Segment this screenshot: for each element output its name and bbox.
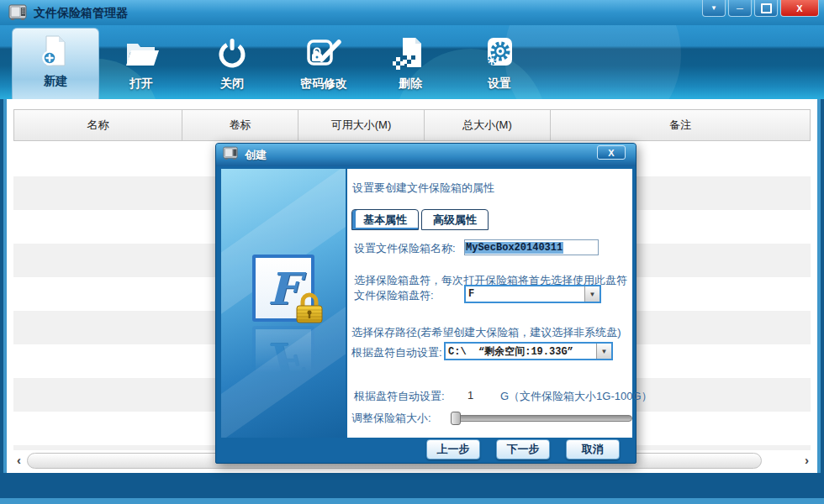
scroll-right-arrow-icon[interactable]: › xyxy=(805,454,809,467)
toolbar-item-label: 密码修改 xyxy=(300,76,347,92)
cancel-button[interactable]: 取消 xyxy=(566,439,620,459)
column-header-available-size[interactable]: 可用大小(M) xyxy=(298,110,425,140)
dialog-footer: 上一步 下一步 取消 xyxy=(216,436,636,463)
size-unit: G（文件保险箱大小1G-100G） xyxy=(500,389,652,404)
dialog-title: 创建 xyxy=(245,148,267,163)
safe-name-label: 设置文件保险箱名称: xyxy=(354,241,456,256)
gold-padlock-icon xyxy=(294,290,325,328)
toolbar: 新建 打开 关闭 xyxy=(0,25,824,99)
open-folder-icon xyxy=(122,35,161,74)
create-dialog: 创建 X F xyxy=(215,143,636,464)
menu-arrow-icon: ▼ xyxy=(710,4,717,12)
column-header-remark[interactable]: 备注 xyxy=(551,110,810,140)
toolbar-item-label: 关闭 xyxy=(220,76,244,92)
dialog-titlebar: 创建 xyxy=(216,144,636,166)
window-bottom-edge xyxy=(0,498,824,504)
minimize-icon: ─ xyxy=(737,3,743,13)
size-slider-track[interactable] xyxy=(451,415,632,422)
maximize-icon xyxy=(761,3,772,13)
dialog-heading: 设置要创建文件保险箱的属性 xyxy=(352,181,494,196)
settings-gear-icon xyxy=(482,35,517,74)
app-logo: F xyxy=(252,255,314,393)
selected-text: MySecBox20140311 xyxy=(465,242,563,254)
window-border xyxy=(821,99,824,473)
drive-letter-label: 文件保险箱盘符: xyxy=(354,288,434,303)
table-header: 名称 卷标 可用大小(M) 总大小(M) 备注 xyxy=(13,109,811,141)
slider-label: 调整保险箱大小: xyxy=(351,411,431,426)
toolbar-item-close[interactable]: 关闭 xyxy=(197,34,267,99)
toolbar-item-label: 新建 xyxy=(44,74,67,89)
toolbar-item-settings[interactable]: 设置 xyxy=(464,34,535,99)
logo-reflection: F xyxy=(252,326,314,393)
app-window: 文件保险箱管理器 ▼ ─ X 新建 xyxy=(0,0,824,504)
dialog-form-panel: 设置要创建文件保险箱的属性 基本属性 高级属性 设置文件保险箱名称: MySec… xyxy=(347,169,632,438)
safe-name-input[interactable]: MySecBox20140311 xyxy=(464,239,599,255)
column-header-name[interactable]: 名称 xyxy=(14,110,182,140)
logo-box: F xyxy=(252,255,314,322)
power-icon xyxy=(214,35,250,74)
minimize-button[interactable]: ─ xyxy=(728,0,752,17)
size-label: 根据盘符自动设置: xyxy=(354,389,445,404)
path-note: 选择保存路径(若希望创建大保险箱，建议选择非系统盘) xyxy=(351,325,621,340)
toolbar-item-new[interactable]: 新建 xyxy=(12,28,99,99)
window-controls: ▼ ─ X xyxy=(702,0,819,17)
password-edit-icon xyxy=(304,35,343,74)
column-header-volume-label[interactable]: 卷标 xyxy=(182,110,298,140)
toolbar-item-label: 删除 xyxy=(399,76,422,92)
window-border xyxy=(817,99,821,473)
path-label: 根据盘符自动设置: xyxy=(351,345,442,360)
property-tabs: 基本属性 高级属性 xyxy=(351,209,489,230)
safe-dialog-icon xyxy=(223,146,238,164)
size-slider-handle[interactable] xyxy=(451,412,461,425)
next-step-button[interactable]: 下一步 xyxy=(496,439,550,459)
tab-advanced-properties[interactable]: 高级属性 xyxy=(421,209,489,230)
window-titlebar: 文件保险箱管理器 ▼ ─ X xyxy=(0,0,824,25)
dropdown-value: F xyxy=(466,286,584,302)
size-value: 1 xyxy=(467,389,473,402)
toolbar-item-open[interactable]: 打开 xyxy=(106,34,177,99)
save-path-dropdown[interactable]: C:\ “剩余空间:19.33G” ▼ xyxy=(444,342,613,360)
chevron-down-icon[interactable]: ▼ xyxy=(584,286,600,302)
status-bar xyxy=(0,473,824,498)
toolbar-item-change-password[interactable]: 密码修改 xyxy=(280,34,367,99)
dialog-close-button[interactable]: X xyxy=(597,145,626,160)
delete-document-icon xyxy=(393,35,428,74)
close-icon: X xyxy=(796,3,802,13)
menu-button[interactable]: ▼ xyxy=(702,0,726,17)
previous-step-button[interactable]: 上一步 xyxy=(426,439,480,459)
toolbar-item-label: 设置 xyxy=(488,76,511,92)
tab-basic-properties[interactable]: 基本属性 xyxy=(351,209,419,230)
toolbar-item-delete[interactable]: 删除 xyxy=(375,34,446,99)
dropdown-value: C:\ “剩余空间:19.33G” xyxy=(446,344,596,359)
safe-app-icon xyxy=(8,4,27,24)
dialog-close-icon: X xyxy=(608,148,614,158)
new-document-icon xyxy=(39,34,72,72)
dialog-artwork-panel: F xyxy=(221,169,346,438)
close-button[interactable]: X xyxy=(780,0,819,17)
toolbar-item-label: 打开 xyxy=(129,76,153,92)
chevron-down-icon[interactable]: ▼ xyxy=(596,344,611,359)
maximize-button[interactable] xyxy=(754,0,778,17)
window-title: 文件保险箱管理器 xyxy=(34,6,128,21)
column-header-total-size[interactable]: 总大小(M) xyxy=(425,110,551,140)
scroll-left-arrow-icon[interactable]: ‹ xyxy=(17,454,21,467)
drive-letter-dropdown[interactable]: F ▼ xyxy=(464,285,601,303)
